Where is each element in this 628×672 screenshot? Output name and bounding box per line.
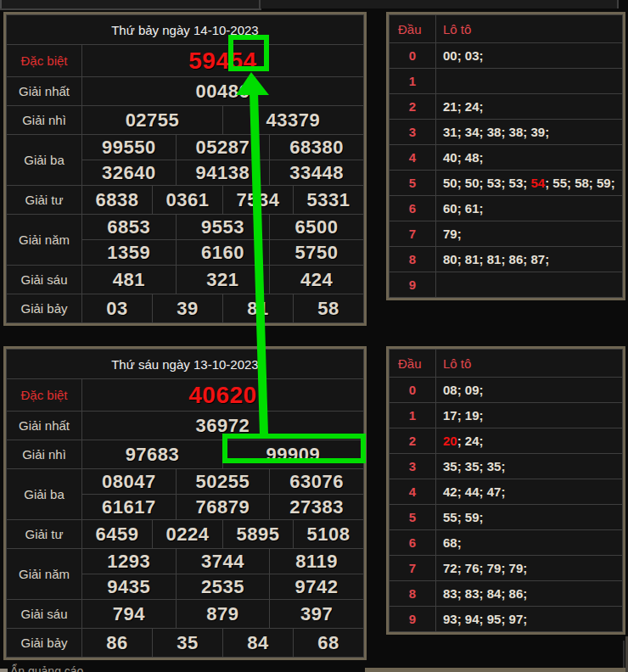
prize-number: 84 <box>222 629 293 658</box>
loto-table-friday: ĐầuLô tô008; 09; 117; 19; 220; 24; 335; … <box>386 346 625 635</box>
loto-row: 555; 59; <box>390 505 623 530</box>
prize-label: Đặc biệt <box>7 379 82 412</box>
loto-separator: ; <box>457 201 462 216</box>
prize-number: 9553 <box>176 215 270 240</box>
prize-number: 99909 <box>222 440 363 469</box>
loto-value: 76 <box>465 561 479 575</box>
prize-number: 33448 <box>270 160 364 186</box>
loto-value: 55 <box>443 510 457 524</box>
prize-number: 9742 <box>270 574 364 600</box>
loto-value: 94 <box>465 612 479 626</box>
loto-values: 42; 44; 47; <box>436 479 623 505</box>
prize-label: Giải tư <box>7 186 82 215</box>
loto-value: 86 <box>509 252 524 266</box>
loto-row: 660; 61; <box>390 196 623 221</box>
loto-value: 79 <box>509 561 524 575</box>
loto-separator: ; <box>457 252 462 266</box>
loto-separator: ; <box>479 586 484 601</box>
loto-values: 20; 24; <box>436 428 623 454</box>
loto-value: 40 <box>443 150 457 165</box>
loto-values: 00; 03; <box>436 43 623 69</box>
prize-label: Giải bảy <box>7 629 82 658</box>
prize-row: Giải tư6838036175345331 <box>7 186 364 215</box>
prize-label: Giải ba <box>7 135 82 186</box>
loto-separator: ; <box>457 510 462 524</box>
loto-head-digit: 0 <box>390 43 436 69</box>
loto-separator: ; <box>479 48 484 63</box>
loto-value: 09 <box>465 383 479 397</box>
loto-head-digit: 4 <box>390 479 436 505</box>
prize-number: 68380 <box>270 135 364 160</box>
loto-values: 08; 09; <box>436 378 623 403</box>
prize-number: 5895 <box>222 520 293 549</box>
loto-header-dau: Đầu <box>390 350 436 378</box>
loto-value: 47 <box>487 484 502 499</box>
prize-row: Giải sáu794879397 <box>7 600 364 629</box>
loto-separator: ; <box>479 459 484 473</box>
prize-row: Giải bảy03398158 <box>7 294 364 323</box>
loto-row: 779; <box>390 221 623 247</box>
prize-number: 6853 <box>82 215 177 240</box>
loto-table-saturday: ĐầuLô tô000; 03; 1221; 24; 331; 34; 38; … <box>386 12 625 300</box>
loto-value: 61 <box>465 201 479 216</box>
loto-separator: ; <box>611 176 615 190</box>
loto-value: 79 <box>487 561 502 575</box>
loto-row: 9 <box>390 272 623 298</box>
loto-row: 1 <box>390 69 623 94</box>
prize-row: Giải ba080475025563076 <box>7 469 364 495</box>
loto-separator: ; <box>479 150 484 165</box>
loto-row: 220; 24; <box>390 428 623 454</box>
loto-value: 95 <box>487 612 502 626</box>
loto-separator: ; <box>479 434 484 448</box>
prize-number: 68 <box>293 629 363 658</box>
prize-label: Giải sáu <box>7 600 82 629</box>
cutoff-table-bottom-border <box>0 8 261 10</box>
prize-number: 50255 <box>176 469 270 495</box>
loto-value: 24 <box>465 99 479 114</box>
cutoff-table-below-border <box>365 668 628 672</box>
prize-number: 94138 <box>176 160 270 186</box>
loto-separator: ; <box>457 227 462 241</box>
hide-ads-link[interactable]: Ẩn quảng cáo <box>10 664 83 672</box>
loto-values: 79; <box>436 221 623 247</box>
loto-separator: ; <box>479 510 484 524</box>
prize-number: 61617 <box>82 495 177 520</box>
loto-head-digit: 7 <box>390 221 436 247</box>
loto-separator: ; <box>501 612 505 626</box>
loto-head-digit: 6 <box>390 196 436 221</box>
loto-separator: ; <box>457 48 462 63</box>
result-date-title: Thứ bảy ngày 14-10-2023 <box>7 15 364 45</box>
loto-values: 21; 24; <box>436 94 623 120</box>
loto-value: 39 <box>530 125 545 139</box>
prize-number: 02755 <box>82 106 223 135</box>
loto-header-loto: Lô tô <box>436 350 623 378</box>
cutoff-table-column-divider <box>259 0 261 8</box>
prize-row: Giải tư6459022458955108 <box>7 520 364 549</box>
loto-row: 335; 35; 35; <box>390 454 623 479</box>
prize-label: Giải nhì <box>7 440 82 469</box>
loto-values: 83; 83; 84; 86; <box>436 581 623 607</box>
loto-value: 87 <box>530 252 545 266</box>
loto-row: 993; 94; 95; 97; <box>390 607 623 632</box>
loto-value: 17 <box>443 408 457 423</box>
hide-ads-icon[interactable] <box>0 669 8 672</box>
prize-number: 63076 <box>270 469 364 495</box>
loto-values: 55; 59; <box>436 505 623 530</box>
prize-label: Giải nhất <box>7 412 82 440</box>
loto-head-digit: 8 <box>390 581 436 607</box>
prize-label: Giải sáu <box>7 266 82 294</box>
prize-number: 481 <box>82 266 177 294</box>
loto-value: 81 <box>487 252 502 266</box>
loto-value-highlighted: 54 <box>530 176 545 190</box>
loto-value: 84 <box>487 586 502 601</box>
loto-row: 440; 48; <box>390 145 623 171</box>
loto-head-digit: 9 <box>390 607 436 632</box>
loto-values: 68; <box>436 530 623 556</box>
loto-header-dau: Đầu <box>390 15 436 43</box>
cutoff-table-above <box>2 0 618 8</box>
prize-number: 99550 <box>82 135 177 160</box>
loto-value: 83 <box>465 586 479 601</box>
loto-head-digit: 2 <box>390 428 436 454</box>
loto-value: 44 <box>465 484 479 499</box>
loto-separator: ; <box>501 459 505 473</box>
